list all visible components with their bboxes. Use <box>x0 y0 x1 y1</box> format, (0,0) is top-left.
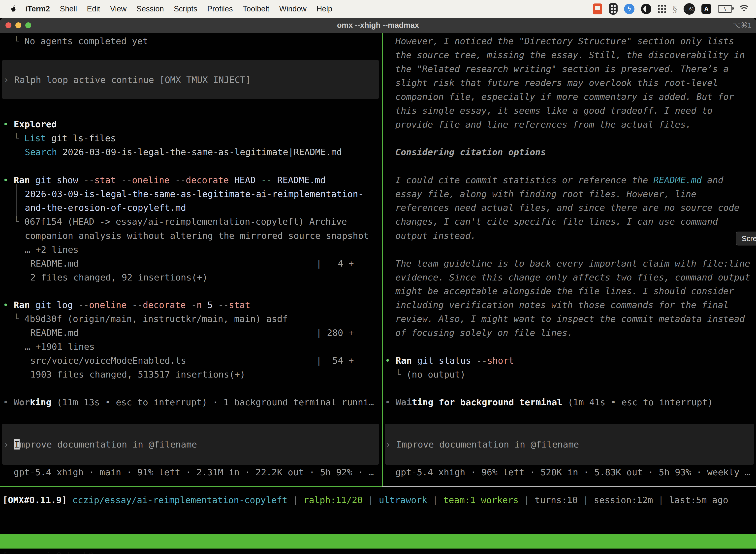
prompt-box-right[interactable] <box>385 424 754 465</box>
tmux-session-label[interactable]: [omx-cczip0:bash* <box>2 549 94 554</box>
terminal-line: this single essay, it seems like a good … <box>0 104 756 118</box>
terminal-line: • Waiting for background terminal (1m 41… <box>0 395 756 409</box>
inject-banner <box>2 60 379 99</box>
menu-bar: iTerm2 Shell Edit View Session Scripts P… <box>0 0 756 18</box>
terminal-line: [OMX#0.11.9] cczip/essay/ai-reimplementa… <box>0 493 756 507</box>
menu-item-edit[interactable]: Edit <box>87 4 100 13</box>
tmux-status-bar: [omx-cczip0:bash* "MacBook-Pro-44.local"… <box>0 534 756 549</box>
apple-menu-icon[interactable] <box>10 5 17 13</box>
terminal-line: of focusing solely on file lines. <box>0 326 756 340</box>
right-terminal-pane[interactable]: However, I noticed the "Directory Struct… <box>0 33 756 554</box>
a-badge-icon[interactable]: A <box>701 4 711 14</box>
hook-icon[interactable]: § <box>673 4 677 14</box>
chat-app-icon[interactable] <box>593 3 602 14</box>
menu-item-view[interactable]: View <box>110 4 127 13</box>
terminal-line: src/voice/voiceModeEnabled.ts| 54 + <box>0 353 756 368</box>
terminal-line: evidence. Since this change only affects… <box>0 270 756 284</box>
terminal-line: gpt-5.4 xhigh · main · 91% left · 2.31M … <box>0 465 756 479</box>
wifi-icon[interactable] <box>739 5 750 13</box>
terminal-line: • Working (11m 13s • esc to interrupt) ·… <box>0 395 756 409</box>
terminal-line: • Ran git show --stat --oneline --decora… <box>0 173 756 187</box>
screen-overlay-label: Scre <box>736 232 756 245</box>
terminal-line: • Ran git log --oneline --decorate -n 5 … <box>0 298 756 312</box>
terminal-line: essay file, along with finding root file… <box>0 187 756 201</box>
terminal-line: references need actual files, and since … <box>0 201 756 215</box>
terminal-line: companion analysis without altering the … <box>0 229 756 243</box>
separator-left <box>0 486 382 487</box>
terminal-line: The team guideline is to back every impo… <box>0 257 756 271</box>
menubar-status-icons: ϟ § ..61 A ϟ <box>593 3 750 15</box>
terminal-line: I could cite commit statistics or refere… <box>0 173 756 187</box>
arc-circle-icon[interactable] <box>641 4 651 14</box>
window-shortcut-badge: ⌥⌘1 <box>733 18 752 33</box>
terminal-line: README.md| 280 + <box>0 326 756 340</box>
bolt-circle-icon[interactable]: ϟ <box>624 4 634 14</box>
menu-item-iterm2[interactable]: iTerm2 <box>25 4 50 13</box>
window-title: omx --xhigh --madmax <box>0 18 756 33</box>
terminal-line: 2026-03-09-is-legal-the-same-as-legitima… <box>0 187 756 201</box>
prompt-box-left[interactable] <box>2 424 379 465</box>
terminal-content: └ No agents completed yet› Ralph loop ac… <box>0 33 756 554</box>
terminal-line: └ (no output) <box>0 367 756 382</box>
terminal-line: Search 2026-03-09-is-legal-the-same-as-l… <box>0 145 756 159</box>
terminal-line: └ 4b9d30f (origin/main, instructkr/main,… <box>0 312 756 326</box>
separator-right <box>382 486 756 487</box>
shield-grid-icon[interactable] <box>609 3 618 15</box>
terminal-line: … +2 lines <box>0 242 756 257</box>
terminal-line: and-the-erosion-of-copyleft.md <box>0 201 756 215</box>
terminal-line: … +1901 lines <box>0 340 756 354</box>
menu-item-scripts[interactable]: Scripts <box>174 4 197 13</box>
menu-item-shell[interactable]: Shell <box>60 4 77 13</box>
terminal-line: • Ran git status --short <box>0 353 756 368</box>
omx-status-line: [OMX#0.11.9] cczip/essay/ai-reimplementa… <box>0 33 756 554</box>
terminal-line: gpt-5.4 xhigh · 96% left · 520K in · 5.8… <box>0 465 756 479</box>
terminal-line: changes, I can't cite specific file line… <box>0 214 756 229</box>
pane-divider[interactable] <box>382 33 383 486</box>
iterm-window: omx --xhigh --madmax ⌥⌘1 └ No agents com… <box>0 18 756 554</box>
menu-item-profiles[interactable]: Profiles <box>207 4 233 13</box>
terminal-line: • Explored <box>0 117 756 131</box>
terminal-line: 2 files changed, 92 insertions(+) <box>0 270 756 284</box>
menu-item-window[interactable]: Window <box>279 4 307 13</box>
terminal-line: might be acceptable alongside the file l… <box>0 284 756 298</box>
desktop: iTerm2 Shell Edit View Session Scripts P… <box>0 0 756 554</box>
dots-grid-icon[interactable] <box>658 5 666 13</box>
terminal-line: └ No agents completed yet <box>0 34 756 48</box>
terminal-line: README.md| 4 + <box>0 257 756 271</box>
menu-item-toolbelt[interactable]: Toolbelt <box>243 4 269 13</box>
terminal-line: review. Also, I might want to inspect th… <box>0 312 756 326</box>
timer-badge-icon[interactable]: ..61 <box>684 3 695 15</box>
battery-charging-icon[interactable]: ϟ <box>718 5 732 13</box>
terminal-line: └ 067f154 (HEAD -> essay/ai-reimplementa… <box>0 214 756 229</box>
terminal-line: provide file and line references from th… <box>0 117 756 131</box>
terminal-line: However, I noticed the "Directory Struct… <box>0 34 756 48</box>
terminal-line: including verification notes with those … <box>0 298 756 312</box>
left-terminal-pane[interactable]: └ No agents completed yet› Ralph loop ac… <box>0 33 756 554</box>
menu-item-session[interactable]: Session <box>136 4 164 13</box>
terminal-line: output instead. <box>0 229 756 243</box>
menu-item-help[interactable]: Help <box>316 4 332 13</box>
terminal-line: 1903 files changed, 513517 insertions(+) <box>0 367 756 382</box>
window-titlebar[interactable]: omx --xhigh --madmax ⌥⌘1 <box>0 18 756 33</box>
terminal-line: Considering citation options <box>0 145 756 159</box>
tree-connector-line <box>16 184 17 218</box>
terminal-line: └ List git ls-files <box>0 131 756 145</box>
